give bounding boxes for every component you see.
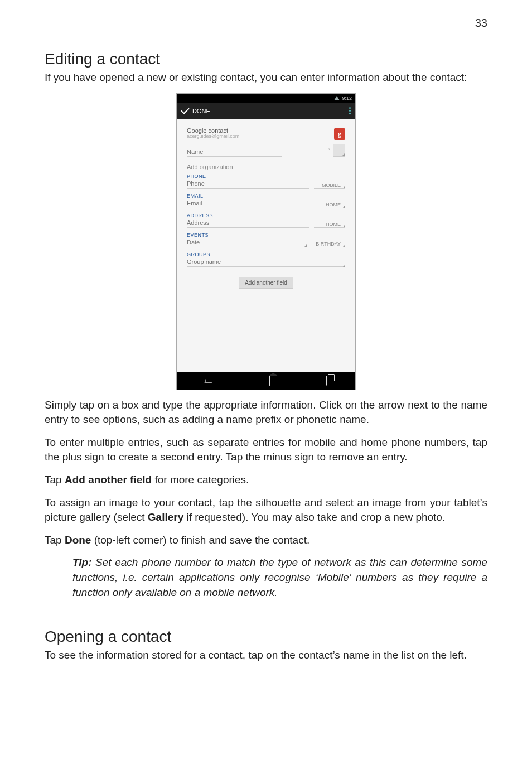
- date-field[interactable]: [187, 238, 300, 247]
- google-icon: g: [334, 128, 345, 140]
- editing-intro: If you have opened a new or existing con…: [45, 70, 487, 85]
- contact-photo-placeholder[interactable]: [333, 144, 345, 157]
- phone-field[interactable]: [187, 179, 309, 189]
- nav-bar: [177, 372, 355, 390]
- email-type-selector[interactable]: HOME: [314, 202, 345, 208]
- date-type-selector[interactable]: BIRTHDAY: [314, 241, 345, 247]
- editing-p2: To enter multiple entries, such as separ…: [45, 435, 487, 465]
- editing-p3: Tap Add another field for more categorie…: [45, 473, 487, 488]
- editing-p1: Simply tap on a box and type the appropr…: [45, 398, 487, 427]
- editing-tip: Tip: Set each phone number to match the …: [72, 555, 487, 600]
- chevron-down-icon[interactable]: ˅: [328, 147, 331, 153]
- name-row: ˅: [187, 144, 345, 157]
- account-row: Google contact acerguides@gmail.com g: [187, 127, 345, 140]
- done-button[interactable]: DONE: [181, 108, 210, 114]
- add-organization[interactable]: Add organization: [187, 164, 345, 170]
- address-field[interactable]: [187, 218, 309, 228]
- screenshot-container: 9:12 DONE Google contact acerguides@gmai…: [45, 93, 487, 390]
- section-groups: GROUPS: [187, 252, 345, 257]
- done-label: DONE: [192, 108, 210, 114]
- page-number: 33: [475, 17, 487, 30]
- name-field[interactable]: [187, 147, 282, 157]
- back-icon[interactable]: [205, 376, 212, 385]
- check-icon: [181, 105, 190, 114]
- action-bar: DONE: [177, 103, 355, 119]
- editing-p5: Tap Done (top-left corner) to finish and…: [45, 533, 487, 548]
- home-icon[interactable]: [269, 376, 270, 385]
- overflow-icon[interactable]: [349, 107, 351, 114]
- address-type-selector[interactable]: HOME: [314, 222, 345, 228]
- date-picker-icon[interactable]: [304, 244, 307, 247]
- editing-p4: To assign an image to your contact, tap …: [45, 496, 487, 525]
- recent-apps-icon[interactable]: [326, 376, 327, 385]
- heading-editing: Editing a contact: [45, 50, 487, 68]
- account-email: acerguides@gmail.com: [187, 134, 239, 140]
- android-screenshot: 9:12 DONE Google contact acerguides@gmai…: [176, 93, 356, 390]
- status-time: 9:12: [342, 95, 352, 101]
- phone-type-selector[interactable]: MOBILE: [314, 182, 345, 189]
- group-dropdown-icon[interactable]: [343, 265, 345, 267]
- group-name-field[interactable]: [187, 257, 345, 267]
- contact-form: Google contact acerguides@gmail.com g ˅ …: [177, 119, 355, 372]
- opening-body: To see the information stored for a cont…: [45, 648, 487, 663]
- section-events: EVENTS: [187, 232, 345, 238]
- add-another-field-button[interactable]: Add another field: [239, 277, 293, 289]
- status-bar: 9:12: [177, 94, 355, 103]
- account-type: Google contact: [187, 127, 239, 134]
- heading-opening: Opening a contact: [45, 628, 487, 646]
- wifi-icon: [334, 95, 342, 101]
- email-field[interactable]: [187, 199, 309, 208]
- section-email: EMAIL: [187, 193, 345, 199]
- section-phone: PHONE: [187, 174, 345, 179]
- section-address: ADDRESS: [187, 213, 345, 218]
